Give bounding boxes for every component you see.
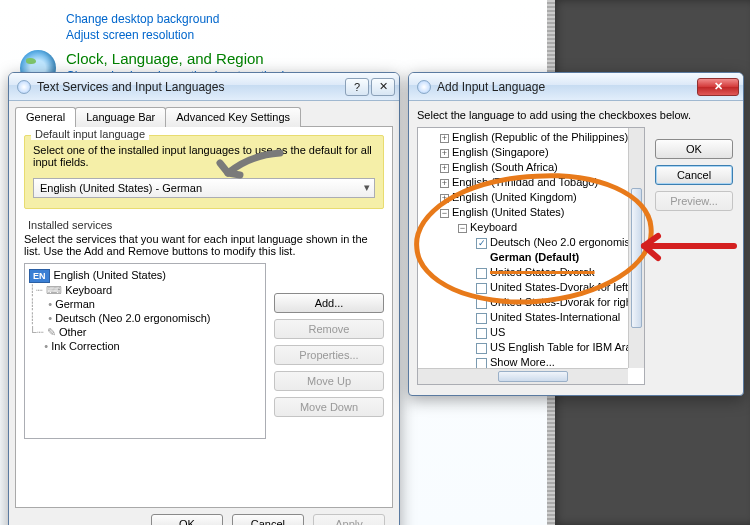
tree-ink-correction[interactable]: Ink Correction xyxy=(51,340,119,352)
close-button[interactable]: ✕ xyxy=(371,78,395,96)
tab-general[interactable]: General xyxy=(15,107,76,127)
help-icon: ? xyxy=(354,81,360,93)
group-legend-services: Installed services xyxy=(24,219,384,231)
default-lang-desc: Select one of the installed input langua… xyxy=(33,144,375,168)
expander-icon[interactable]: + xyxy=(440,194,449,203)
checkbox-icon[interactable] xyxy=(476,313,487,324)
kb-show-more[interactable]: Show More... xyxy=(490,356,555,368)
expander-icon[interactable]: − xyxy=(458,224,467,233)
checkbox-icon[interactable]: ✓ xyxy=(476,238,487,249)
group-legend-default: Default input language xyxy=(31,128,149,140)
checkbox-icon[interactable] xyxy=(476,268,487,279)
checkbox-icon[interactable] xyxy=(476,358,487,369)
dialog-text-services: Text Services and Input Languages ? ✕ Ge… xyxy=(8,72,400,525)
group-default-input-language: Default input language Select one of the… xyxy=(24,135,384,209)
dropdown-default-language[interactable]: English (United States) - German xyxy=(33,178,375,198)
tree-other-label: Other xyxy=(59,326,87,338)
ok-button[interactable]: OK xyxy=(151,514,223,525)
scroll-thumb[interactable] xyxy=(498,371,568,382)
move-up-button[interactable]: Move Up xyxy=(274,371,384,391)
instruction-text: Select the language to add using the che… xyxy=(417,109,735,121)
checkbox-icon[interactable] xyxy=(476,328,487,339)
cancel-button[interactable]: Cancel xyxy=(232,514,304,525)
sysicon xyxy=(17,80,31,94)
kb-neo[interactable]: Deutsch (Neo 2.0 ergonomisch) xyxy=(490,236,645,248)
expander-icon[interactable]: + xyxy=(440,134,449,143)
language-tree[interactable]: +English (Republic of the Philippines) +… xyxy=(417,127,645,385)
expander-icon[interactable]: − xyxy=(440,209,449,218)
kb-ibm-arabic[interactable]: US English Table for IBM Arabic 238_L xyxy=(490,341,645,353)
tree-keyboard-label: Keyboard xyxy=(65,284,112,296)
remove-button[interactable]: Remove xyxy=(274,319,384,339)
close-icon: ✕ xyxy=(379,80,388,93)
lang-en-gb[interactable]: English (United Kingdom) xyxy=(452,191,577,203)
kb-german-default[interactable]: German (Default) xyxy=(490,251,579,263)
lang-badge-en: EN xyxy=(29,269,50,283)
kb-us-dvorak-left[interactable]: United States-Dvorak for left hand xyxy=(490,281,645,293)
tabpanel-general: Default input language Select one of the… xyxy=(15,126,393,508)
scrollbar-vertical[interactable] xyxy=(628,128,644,368)
installed-services-tree[interactable]: ENEnglish (United States) ┊┈ ⌨ Keyboard … xyxy=(24,263,266,439)
checkbox-icon[interactable] xyxy=(476,283,487,294)
tree-kb-neo[interactable]: Deutsch (Neo 2.0 ergonomisch) xyxy=(55,312,210,324)
help-button[interactable]: ? xyxy=(345,78,369,96)
dialog1-bottombar: OK Cancel Apply xyxy=(15,508,393,525)
ok-button[interactable]: OK xyxy=(655,139,733,159)
dialog2-button-column: OK Cancel Preview... xyxy=(655,139,733,217)
lang-en-za[interactable]: English (South Africa) xyxy=(452,161,558,173)
add-button[interactable]: Add... xyxy=(274,293,384,313)
cancel-button[interactable]: Cancel xyxy=(655,165,733,185)
services-desc: Select the services that you want for ea… xyxy=(24,233,384,257)
lang-en-sg[interactable]: English (Singapore) xyxy=(452,146,549,158)
lang-en-ph[interactable]: English (Republic of the Philippines) xyxy=(452,131,628,143)
kb-us-intl[interactable]: United States-International xyxy=(490,311,620,323)
expander-icon[interactable]: + xyxy=(440,164,449,173)
close-icon: ✕ xyxy=(714,80,723,93)
move-down-button[interactable]: Move Down xyxy=(274,397,384,417)
tab-language-bar[interactable]: Language Bar xyxy=(75,107,166,127)
scroll-thumb[interactable] xyxy=(631,188,642,328)
title-text: Text Services and Input Languages xyxy=(37,80,224,94)
tabs: General Language Bar Advanced Key Settin… xyxy=(15,107,393,127)
apply-button[interactable]: Apply xyxy=(313,514,385,525)
tree-kb-german[interactable]: German xyxy=(55,298,95,310)
scrollbar-horizontal[interactable] xyxy=(418,368,628,384)
checkbox-icon[interactable] xyxy=(476,343,487,354)
expander-icon[interactable]: + xyxy=(440,179,449,188)
tab-advanced-keys[interactable]: Advanced Key Settings xyxy=(165,107,301,127)
lang-en-us[interactable]: English (United States) xyxy=(452,206,565,218)
kb-us-dvorak[interactable]: United States-Dvorak xyxy=(490,266,595,278)
group-installed-services: Installed services Select the services t… xyxy=(24,219,384,439)
properties-button[interactable]: Properties... xyxy=(274,345,384,365)
tree-keyboard-node[interactable]: Keyboard xyxy=(470,221,517,233)
dialog-add-input-language: Add Input Language ✕ Select the language… xyxy=(408,72,744,396)
lang-en-tt[interactable]: English (Trinidad and Tobago) xyxy=(452,176,598,188)
close-button[interactable]: ✕ xyxy=(697,78,739,96)
kb-us-dvorak-right[interactable]: United States-Dvorak for right hand xyxy=(490,296,645,308)
sysicon xyxy=(417,80,431,94)
titlebar-text-services[interactable]: Text Services and Input Languages ? ✕ xyxy=(9,73,399,101)
expander-icon[interactable]: + xyxy=(440,149,449,158)
titlebar-add-language[interactable]: Add Input Language ✕ xyxy=(409,73,743,101)
service-button-column: Add... Remove Properties... Move Up Move… xyxy=(274,263,384,423)
tree-lang-en-us: English (United States) xyxy=(54,269,167,281)
checkbox-icon[interactable] xyxy=(476,298,487,309)
title-text: Add Input Language xyxy=(437,80,545,94)
preview-button[interactable]: Preview... xyxy=(655,191,733,211)
kb-us[interactable]: US xyxy=(490,326,505,338)
